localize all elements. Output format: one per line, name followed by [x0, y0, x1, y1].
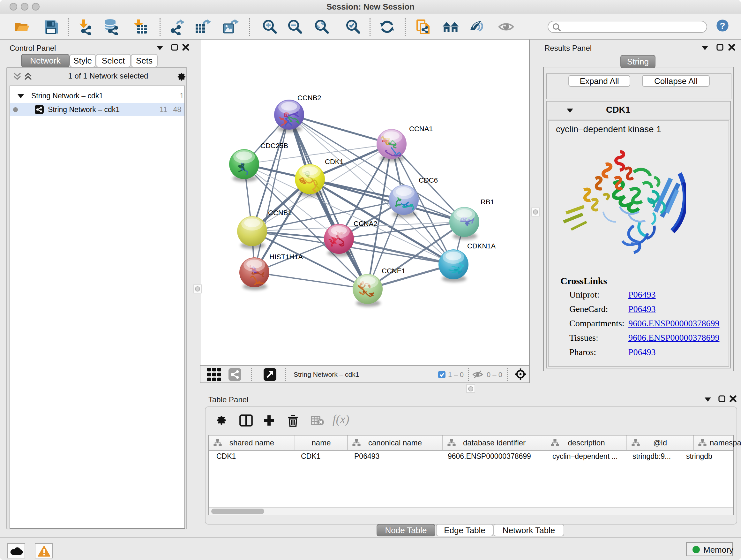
svg-text:CDC6: CDC6	[419, 176, 438, 184]
svg-text:CDC25B: CDC25B	[260, 142, 288, 150]
svg-text:HIST1H1A: HIST1H1A	[269, 253, 303, 261]
svg-text:CCNA1: CCNA1	[409, 125, 433, 133]
svg-text:CCNB2: CCNB2	[297, 94, 321, 102]
svg-text:?: ?	[720, 21, 725, 30]
svg-text:CDKN1A: CDKN1A	[467, 242, 496, 250]
svg-text:CDK1: CDK1	[325, 158, 344, 166]
svg-text:RB1: RB1	[481, 198, 494, 206]
svg-text:CCNE1: CCNE1	[382, 267, 406, 275]
svg-text:CCNB1: CCNB1	[268, 209, 292, 217]
svg-text:CCNA2: CCNA2	[354, 220, 378, 228]
